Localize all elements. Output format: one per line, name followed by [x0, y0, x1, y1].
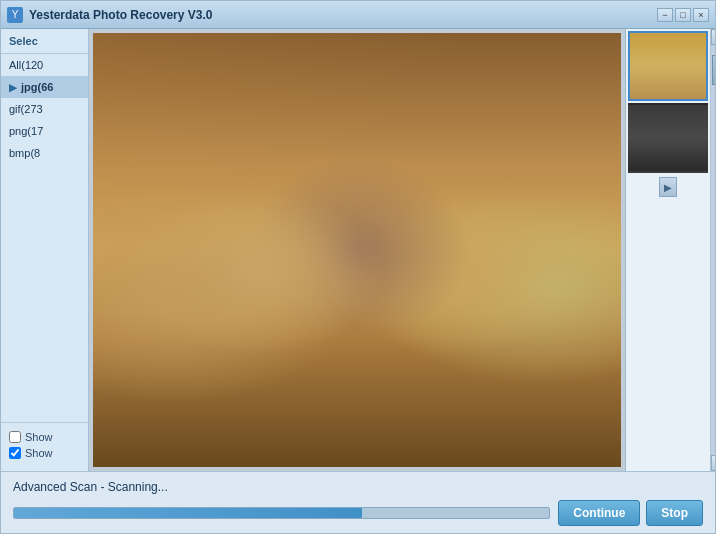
- sidebar-item-gif-label: gif(273: [9, 103, 43, 115]
- title-bar: Y Yesterdata Photo Recovery V3.0 − □ ×: [1, 1, 715, 29]
- checkbox-show2[interactable]: Show: [9, 447, 80, 459]
- preview-area: [89, 29, 625, 471]
- content-area: Selec All(120 ▶ jpg(66 gif(273 png(17 bm…: [1, 29, 715, 471]
- thumbnails-list: [626, 29, 710, 175]
- checkbox-show2-label: Show: [25, 447, 53, 459]
- stop-button[interactable]: Stop: [646, 500, 703, 526]
- photo-overlay: [93, 33, 621, 467]
- window-title: Yesterdata Photo Recovery V3.0: [29, 8, 657, 22]
- arrow-icon: ▶: [9, 82, 17, 93]
- maximize-button[interactable]: □: [675, 8, 691, 22]
- sidebar: Selec All(120 ▶ jpg(66 gif(273 png(17 bm…: [1, 29, 89, 471]
- app-icon: Y: [7, 7, 23, 23]
- minimize-button[interactable]: −: [657, 8, 673, 22]
- thumbnail-item-2[interactable]: [628, 103, 708, 173]
- photo-display: [93, 33, 621, 467]
- sidebar-item-png[interactable]: png(17: [1, 120, 88, 142]
- window-controls: − □ ×: [657, 8, 709, 22]
- status-bar: Advanced Scan - Scanning... Continue Sto…: [1, 471, 715, 533]
- main-window: Y Yesterdata Photo Recovery V3.0 − □ × S…: [0, 0, 716, 534]
- close-button[interactable]: ×: [693, 8, 709, 22]
- continue-button[interactable]: Continue: [558, 500, 640, 526]
- scrollbar-thumb[interactable]: [712, 55, 715, 85]
- checkbox-show1-label: Show: [25, 431, 53, 443]
- scrollbar-track-inner: [711, 45, 715, 455]
- large-preview: [93, 33, 621, 467]
- sidebar-item-jpg-label: jpg(66: [21, 81, 53, 93]
- bottom-row: Continue Stop: [13, 500, 703, 526]
- thumbnails-container: ▶: [626, 29, 710, 471]
- checkbox-show1[interactable]: Show: [9, 431, 80, 443]
- sidebar-item-bmp[interactable]: bmp(8: [1, 142, 88, 164]
- sidebar-item-all[interactable]: All(120: [1, 54, 88, 76]
- progress-bar-container: [13, 507, 550, 519]
- sidebar-item-all-label: All(120: [9, 59, 43, 71]
- forward-button[interactable]: ▶: [659, 177, 677, 197]
- scroll-up-button[interactable]: ▲: [711, 29, 715, 45]
- thumbnail-item-1[interactable]: [628, 31, 708, 101]
- sidebar-item-jpg[interactable]: ▶ jpg(66: [1, 76, 88, 98]
- sidebar-item-gif[interactable]: gif(273: [1, 98, 88, 120]
- progress-bar-fill: [14, 508, 362, 518]
- thumbnail-panel-container: ▶ ▲ ▼: [625, 29, 715, 471]
- sidebar-item-png-label: png(17: [9, 125, 43, 137]
- checkbox-show1-input[interactable]: [9, 431, 21, 443]
- sidebar-item-bmp-label: bmp(8: [9, 147, 40, 159]
- sidebar-checkboxes: Show Show: [1, 422, 88, 471]
- sidebar-spacer: [1, 164, 88, 422]
- status-text: Advanced Scan - Scanning...: [13, 480, 703, 494]
- checkbox-show2-input[interactable]: [9, 447, 21, 459]
- action-buttons: Continue Stop: [558, 500, 703, 526]
- scrollbar-track: ▲ ▼: [710, 29, 715, 471]
- scroll-down-button[interactable]: ▼: [711, 455, 715, 471]
- sidebar-header: Selec: [1, 29, 88, 54]
